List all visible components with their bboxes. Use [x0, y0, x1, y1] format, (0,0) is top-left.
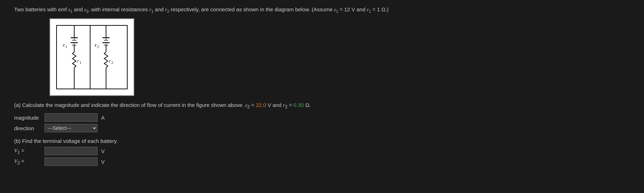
v2-row: V2 = V	[14, 157, 637, 166]
direction-select[interactable]: ---Select--- clockwise counterclockwise	[45, 124, 98, 132]
magnitude-unit: A	[101, 115, 105, 121]
svg-text:ε: ε	[63, 42, 65, 48]
v1-label: V1 =	[14, 147, 42, 155]
svg-text:2: 2	[97, 45, 99, 49]
magnitude-label: magnitude	[14, 115, 42, 121]
svg-text:1: 1	[65, 45, 67, 49]
direction-label: direction	[14, 125, 42, 131]
problem-statement: Two batteries with emf ε1 and ε2, with i…	[14, 6, 637, 14]
v1-unit: V	[101, 148, 105, 154]
svg-text:1: 1	[80, 61, 81, 65]
svg-text:ε: ε	[95, 42, 97, 48]
svg-rect-0	[57, 25, 127, 89]
v2-input[interactable]	[45, 157, 98, 166]
circuit-diagram: ε 1 ε 2 r 1 r 2	[49, 18, 134, 96]
v1-row: V1 = V	[14, 147, 637, 155]
magnitude-input[interactable]	[45, 113, 98, 122]
direction-row: direction ---Select--- clockwise counter…	[14, 124, 637, 132]
part-b-section: (b) Find the terminal voltage of each ba…	[14, 138, 637, 166]
part-b-title: (b) Find the terminal voltage of each ba…	[14, 138, 637, 144]
magnitude-row: magnitude A	[14, 113, 637, 122]
svg-text:2: 2	[111, 61, 113, 65]
part-a-description: (a) Calculate the magnitude and indicate…	[14, 101, 637, 110]
v1-input[interactable]	[45, 147, 98, 155]
v2-unit: V	[101, 159, 105, 165]
v2-label: V2 =	[14, 158, 42, 165]
